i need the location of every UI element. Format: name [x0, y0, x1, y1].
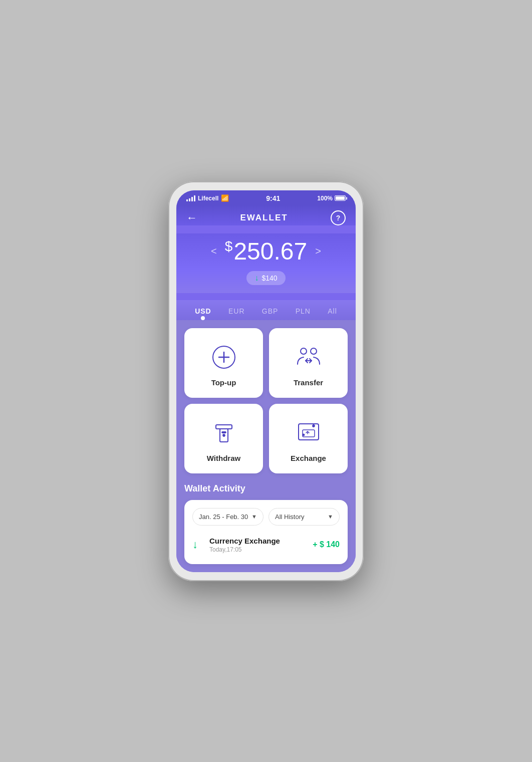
history-filter-button[interactable]: All History ▼: [269, 508, 340, 526]
back-button[interactable]: ←: [186, 211, 197, 224]
battery-icon: [335, 195, 346, 201]
header: ← EWALLET ?: [176, 205, 356, 225]
transaction-time: Today,17:05: [209, 546, 307, 553]
topup-button[interactable]: Top-up: [184, 328, 263, 398]
activity-card: Jan. 25 - Feb. 30 ▼ All History ▼ ↓ Curr…: [184, 500, 348, 564]
transfer-label: Transfer: [294, 378, 323, 387]
phone-screen: Lifecell 📶 9:41 100% ← EWALLET ? <: [176, 190, 356, 572]
transaction-direction-icon: ↓: [192, 538, 203, 551]
svg-point-11: [313, 425, 315, 427]
exchange-button[interactable]: Exchange: [269, 404, 348, 473]
date-filter-label: Jan. 25 - Feb. 30: [199, 513, 248, 521]
tab-gbp[interactable]: GBP: [256, 304, 285, 320]
status-bar: Lifecell 📶 9:41 100%: [176, 190, 356, 205]
phone-shell: Lifecell 📶 9:41 100% ← EWALLET ? <: [168, 181, 364, 581]
tab-all[interactable]: All: [322, 304, 343, 320]
badge-amount: $140: [261, 274, 277, 282]
withdraw-label: Withdraw: [207, 454, 240, 462]
topup-label: Top-up: [211, 378, 236, 387]
currency-symbol: $: [225, 238, 233, 254]
svg-rect-7: [222, 432, 226, 433]
currency-tabs: USD EUR GBP PLN All: [176, 300, 356, 320]
balance-amount: $250.67: [225, 237, 307, 265]
svg-point-8: [223, 434, 225, 436]
date-filter-button[interactable]: Jan. 25 - Feb. 30 ▼: [192, 508, 263, 526]
balance-section: < $250.67 > ↓ $140: [176, 233, 356, 293]
history-filter-label: All History: [275, 513, 305, 521]
balance-next-button[interactable]: >: [315, 245, 321, 257]
balance-row: < $250.67 >: [186, 233, 346, 271]
date-filter-chevron-icon: ▼: [251, 514, 257, 520]
svg-point-3: [301, 348, 307, 354]
tab-eur[interactable]: EUR: [222, 304, 251, 320]
tab-pln[interactable]: PLN: [290, 304, 317, 320]
svg-point-12: [303, 434, 304, 435]
status-time: 9:41: [266, 194, 280, 202]
actions-grid: Top-up: [184, 328, 348, 473]
header-row: ← EWALLET ?: [186, 210, 346, 225]
svg-point-4: [311, 348, 317, 354]
tab-usd[interactable]: USD: [189, 304, 217, 320]
battery-fill: [336, 196, 345, 200]
svg-rect-10: [303, 430, 315, 437]
wallet-activity-title: Wallet Activity: [184, 483, 348, 494]
withdraw-button[interactable]: Withdraw: [184, 404, 263, 473]
transaction-info: Currency Exchange Today,17:05: [209, 537, 307, 553]
exchange-label: Exchange: [291, 454, 326, 462]
battery-percent: 100%: [317, 195, 333, 202]
status-left: Lifecell 📶: [186, 194, 229, 202]
balance-value: 250.67: [233, 238, 307, 265]
activity-filters: Jan. 25 - Feb. 30 ▼ All History ▼: [192, 508, 340, 526]
topup-icon: [209, 342, 239, 372]
history-filter-chevron-icon: ▼: [328, 514, 333, 520]
svg-rect-5: [216, 425, 232, 429]
status-right: 100%: [317, 195, 346, 202]
help-button[interactable]: ?: [331, 210, 346, 225]
balance-prev-button[interactable]: <: [211, 245, 217, 257]
wifi-icon: 📶: [221, 194, 229, 202]
transaction-name: Currency Exchange: [209, 537, 307, 545]
carrier-label: Lifecell: [198, 195, 218, 202]
balance-badge: ↓ $140: [246, 271, 285, 285]
signal-icon: [186, 195, 195, 201]
transaction-row: ↓ Currency Exchange Today,17:05 + $ 140: [192, 534, 340, 556]
exchange-icon: [294, 418, 324, 448]
main-content: Top-up: [176, 320, 356, 572]
badge-arrow-icon: ↓: [254, 274, 258, 283]
transfer-button[interactable]: Transfer: [269, 328, 348, 398]
withdraw-icon: [209, 418, 239, 448]
transfer-icon: [294, 342, 324, 372]
transaction-amount: + $ 140: [313, 540, 340, 549]
page-title: EWALLET: [240, 213, 288, 223]
